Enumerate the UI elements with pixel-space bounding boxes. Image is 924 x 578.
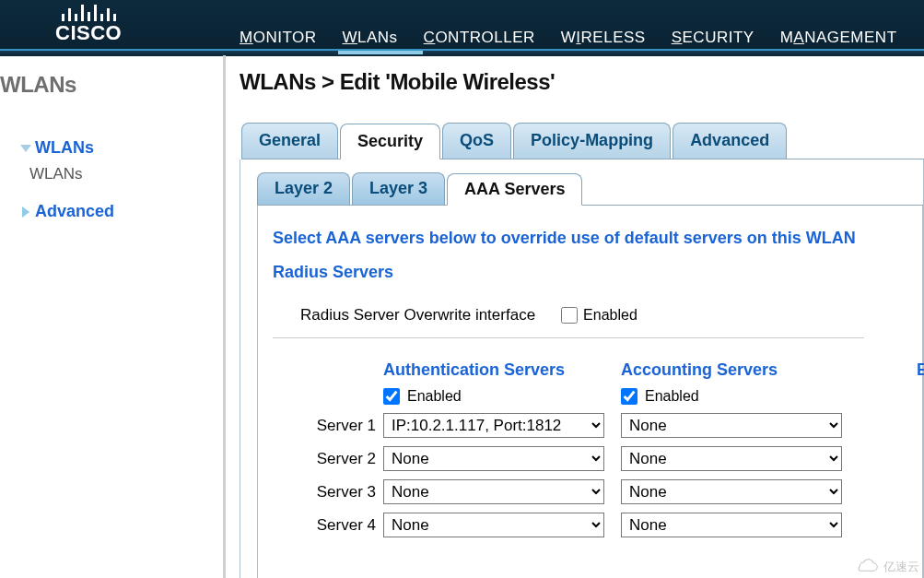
server-grid: Authentication Servers Accounting Server…: [273, 338, 907, 537]
nav-management[interactable]: MANAGEMENT: [780, 29, 897, 47]
auth-enabled-checkbox[interactable]: [383, 388, 400, 405]
nav-security[interactable]: SECURITY: [672, 29, 754, 47]
radius-title: Radius Servers: [273, 263, 907, 282]
server2-auth-select[interactable]: None: [383, 446, 604, 471]
server3-auth-select[interactable]: None: [383, 479, 604, 504]
cloud-icon: [854, 559, 880, 575]
overwrite-enabled-text: Enabled: [583, 307, 637, 324]
subtab-layer3[interactable]: Layer 3: [352, 172, 445, 205]
main-content: WLANs > Edit 'Mobile Wireless' General S…: [240, 69, 924, 578]
server3-acct-select[interactable]: None: [621, 479, 842, 504]
content-outer: Layer 2 Layer 3 AAA Servers Select AAA s…: [240, 159, 924, 578]
overwrite-checkbox[interactable]: [561, 307, 578, 324]
watermark: 亿速云: [854, 559, 919, 575]
tab-policy-mapping[interactable]: Policy-Mapping: [513, 123, 671, 159]
subtab-aaa[interactable]: AAA Servers: [447, 173, 582, 206]
tab-security[interactable]: Security: [340, 124, 440, 159]
server1-auth-select[interactable]: IP:10.2.1.117, Port:1812: [383, 413, 604, 438]
acct-enabled-text: Enabled: [645, 388, 699, 405]
nav-monitor[interactable]: MONITOR: [240, 29, 316, 47]
subtab-layer2[interactable]: Layer 2: [257, 172, 350, 205]
server4-acct-select[interactable]: None: [621, 513, 842, 537]
aaa-intro: Select AAA servers below to override use…: [273, 229, 907, 248]
server3-label: Server 3: [273, 483, 376, 501]
top-header: CISCO MONITOR WLANs CONTROLLER WIRELESS …: [0, 0, 924, 51]
tab-advanced[interactable]: Advanced: [673, 123, 787, 159]
auth-enabled-text: Enabled: [407, 388, 462, 405]
eap-row2: E: [859, 388, 924, 405]
col-acct: Accounting Servers: [621, 360, 851, 380]
chevron-right-icon: [22, 206, 29, 218]
server4-label: Server 4: [273, 516, 376, 535]
nav-controller[interactable]: CONTROLLER: [424, 29, 535, 47]
overwrite-row: Radius Server Overwrite interface Enable…: [273, 297, 864, 338]
server1-label: Server 1: [273, 417, 376, 435]
chevron-down-icon: [20, 145, 31, 152]
sidebar-title: WLANs: [0, 72, 223, 98]
sub-tabs: Layer 2 Layer 3 AAA Servers: [257, 172, 923, 206]
server1-acct-select[interactable]: None: [621, 413, 842, 438]
top-nav: MONITOR WLANs CONTROLLER WIRELESS SECURI…: [240, 29, 897, 47]
sidebar: WLANs WLANs WLANs Advanced: [0, 55, 226, 578]
col-eap: EAP: [859, 360, 924, 380]
sidebar-item-advanced[interactable]: Advanced: [0, 198, 223, 225]
server2-acct-select[interactable]: None: [621, 446, 842, 471]
tab-general[interactable]: General: [241, 123, 338, 159]
nav-wireless[interactable]: WIRELESS: [561, 29, 646, 47]
main-tabs: General Security QoS Policy-Mapping Adva…: [241, 123, 924, 159]
sidebar-item-wlans[interactable]: WLANs: [0, 135, 223, 161]
nav-wlans[interactable]: WLANs: [342, 29, 397, 47]
server2-label: Server 2: [273, 450, 376, 468]
tab-qos[interactable]: QoS: [442, 123, 511, 159]
overwrite-label: Radius Server Overwrite interface: [300, 306, 535, 324]
server4-auth-select[interactable]: None: [383, 513, 604, 537]
aaa-panel: Select AAA servers below to override use…: [257, 206, 923, 578]
nav-active-indicator: [338, 51, 423, 54]
acct-enabled-checkbox[interactable]: [621, 388, 637, 405]
col-auth: Authentication Servers: [383, 360, 614, 380]
cisco-logo: CISCO: [55, 3, 122, 43]
sidebar-item-wlans-sub[interactable]: WLANs: [0, 161, 223, 187]
page-title: WLANs > Edit 'Mobile Wireless': [240, 69, 924, 95]
